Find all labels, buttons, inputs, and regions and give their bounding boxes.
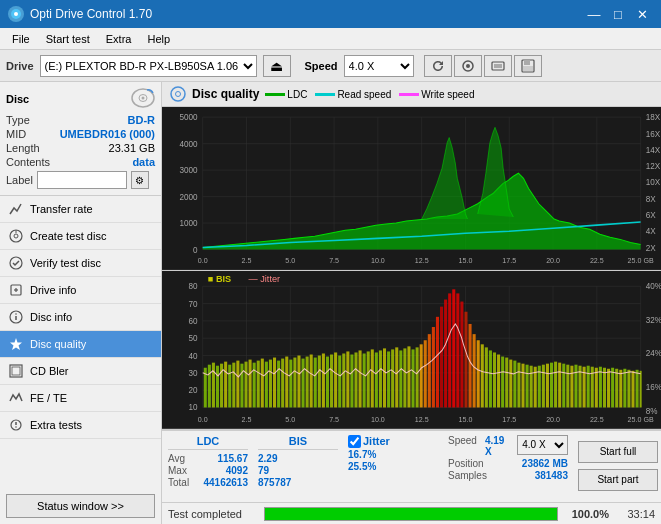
svg-rect-157 bbox=[399, 350, 402, 407]
sidebar-label-transfer-rate: Transfer rate bbox=[30, 203, 93, 215]
svg-rect-161 bbox=[416, 347, 419, 407]
svg-rect-189 bbox=[530, 366, 533, 408]
disc-panel: Disc Type BD-R MID UMEBDR016 (000) Lengt… bbox=[0, 82, 161, 196]
svg-rect-124 bbox=[265, 362, 268, 408]
sidebar-item-fe-te[interactable]: FE / TE bbox=[0, 385, 161, 412]
save-button[interactable] bbox=[514, 55, 542, 77]
menu-file[interactable]: File bbox=[4, 31, 38, 47]
svg-text:10X: 10X bbox=[646, 178, 661, 187]
disc-panel-icon bbox=[131, 88, 155, 110]
svg-text:8X: 8X bbox=[646, 195, 657, 204]
svg-rect-186 bbox=[517, 363, 520, 408]
svg-text:12X: 12X bbox=[646, 162, 661, 171]
refresh-button[interactable] bbox=[424, 55, 452, 77]
svg-rect-156 bbox=[395, 347, 398, 407]
speed-select-stats[interactable]: 4.0 X bbox=[517, 435, 568, 455]
svg-rect-155 bbox=[391, 349, 394, 407]
menu-starttest[interactable]: Start test bbox=[38, 31, 98, 47]
disc-label-browse-button[interactable]: ⚙ bbox=[131, 171, 149, 189]
eject-button[interactable]: ⏏ bbox=[263, 55, 291, 77]
svg-text:17.5: 17.5 bbox=[502, 416, 516, 424]
ldc-color-swatch bbox=[265, 93, 285, 96]
svg-rect-207 bbox=[603, 368, 606, 408]
disc-label-input[interactable] bbox=[37, 171, 127, 189]
speed-label: Speed bbox=[305, 60, 338, 72]
minimize-button[interactable]: — bbox=[583, 4, 605, 24]
svg-rect-141 bbox=[334, 352, 337, 407]
svg-rect-144 bbox=[346, 351, 349, 407]
svg-rect-198 bbox=[566, 365, 569, 408]
sidebar-label-create-test-disc: Create test disc bbox=[30, 230, 106, 242]
svg-rect-167 bbox=[440, 307, 443, 408]
menu-help[interactable]: Help bbox=[139, 31, 178, 47]
sidebar-item-drive-info[interactable]: Drive info bbox=[0, 277, 161, 304]
maximize-button[interactable]: □ bbox=[607, 4, 629, 24]
verify-disc-icon bbox=[8, 255, 24, 271]
jitter-col-header: Jitter bbox=[363, 435, 390, 447]
bis-avg-value: 2.29 bbox=[258, 453, 277, 464]
sidebar-item-verify-test-disc[interactable]: Verify test disc bbox=[0, 250, 161, 277]
drivebar: Drive (E:) PLEXTOR BD-R PX-LB950SA 1.06 … bbox=[0, 50, 661, 82]
stats-bis-col: BIS 2.29 79 875787 bbox=[258, 435, 338, 499]
sidebar-label-disc-info: Disc info bbox=[30, 311, 72, 323]
svg-text:5.0: 5.0 bbox=[285, 257, 295, 265]
svg-text:2X: 2X bbox=[646, 244, 657, 253]
sidebar-item-extra-tests[interactable]: Extra tests bbox=[0, 412, 161, 439]
action-buttons: Start full Start part bbox=[578, 435, 658, 499]
svg-rect-146 bbox=[354, 352, 357, 407]
media-button[interactable] bbox=[454, 55, 482, 77]
sidebar-label-drive-info: Drive info bbox=[30, 284, 76, 296]
position-value: 23862 MB bbox=[522, 458, 568, 469]
svg-rect-142 bbox=[338, 355, 341, 407]
speed-select[interactable]: 4.0 X bbox=[344, 55, 414, 77]
svg-point-27 bbox=[15, 426, 17, 428]
svg-rect-195 bbox=[554, 362, 557, 408]
start-full-button[interactable]: Start full bbox=[578, 441, 658, 463]
drive-select[interactable]: (E:) PLEXTOR BD-R PX-LB950SA 1.06 bbox=[40, 55, 257, 77]
svg-rect-208 bbox=[607, 369, 610, 408]
sidebar-item-transfer-rate[interactable]: Transfer rate bbox=[0, 196, 161, 223]
disc-button[interactable] bbox=[484, 55, 512, 77]
write-legend-label: Write speed bbox=[421, 89, 474, 100]
disc-quality-icon bbox=[8, 336, 24, 352]
svg-point-28 bbox=[171, 87, 185, 101]
svg-rect-125 bbox=[269, 360, 272, 408]
svg-rect-210 bbox=[615, 369, 618, 408]
menu-extra[interactable]: Extra bbox=[98, 31, 140, 47]
svg-rect-126 bbox=[273, 357, 276, 407]
transfer-rate-icon bbox=[8, 201, 24, 217]
status-window-button[interactable]: Status window >> bbox=[6, 494, 155, 518]
sidebar-item-create-test-disc[interactable]: Create test disc bbox=[0, 223, 161, 250]
disc-mid-row: MID UMEBDR016 (000) bbox=[6, 128, 155, 140]
speed-row: Speed 4.19 X 4.0 X bbox=[448, 435, 568, 457]
svg-text:7.5: 7.5 bbox=[329, 257, 339, 265]
total-label: Total bbox=[168, 477, 189, 488]
disc-panel-title: Disc bbox=[6, 93, 29, 105]
sidebar-item-disc-info[interactable]: Disc info bbox=[0, 304, 161, 331]
svg-text:8%: 8% bbox=[646, 407, 658, 416]
sidebar-label-fe-te: FE / TE bbox=[30, 392, 67, 404]
sidebar-item-disc-quality[interactable]: Disc quality bbox=[0, 331, 161, 358]
sidebar-item-cd-bler[interactable]: CD Bler bbox=[0, 358, 161, 385]
max-label: Max bbox=[168, 465, 187, 476]
svg-point-21 bbox=[15, 313, 17, 315]
svg-rect-196 bbox=[558, 363, 561, 408]
charts-area: 5000 4000 3000 2000 1000 0 18X 16X 14X 1… bbox=[162, 107, 661, 430]
svg-text:12.5: 12.5 bbox=[415, 257, 429, 265]
status-window-area: Status window >> bbox=[6, 494, 155, 518]
close-button[interactable]: ✕ bbox=[631, 4, 653, 24]
svg-rect-143 bbox=[342, 353, 345, 407]
svg-rect-187 bbox=[521, 364, 524, 408]
fe-te-icon bbox=[8, 390, 24, 406]
svg-rect-127 bbox=[277, 361, 280, 408]
svg-rect-166 bbox=[436, 317, 439, 408]
svg-text:2.5: 2.5 bbox=[242, 416, 252, 424]
disc-length-row: Length 23.31 GB bbox=[6, 142, 155, 154]
jitter-checkbox[interactable] bbox=[348, 435, 361, 448]
start-part-button[interactable]: Start part bbox=[578, 469, 658, 491]
disc-contents-label: Contents bbox=[6, 156, 50, 168]
svg-text:— Jitter: — Jitter bbox=[249, 274, 281, 284]
sidebar-label-cd-bler: CD Bler bbox=[30, 365, 69, 377]
svg-rect-215 bbox=[636, 370, 639, 408]
cd-bler-icon bbox=[8, 363, 24, 379]
